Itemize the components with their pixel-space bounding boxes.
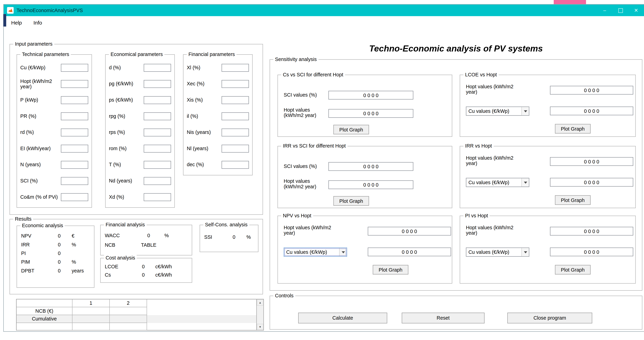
- plot-graph-button[interactable]: Plot Graph: [555, 265, 590, 274]
- dropdown-arrow-button[interactable]: [522, 178, 529, 187]
- plot-graph-button[interactable]: Plot Graph: [373, 265, 408, 274]
- hopt-values-input[interactable]: [328, 180, 413, 189]
- close-button[interactable]: ✕: [628, 5, 644, 16]
- pr-input[interactable]: [61, 112, 88, 120]
- il-input[interactable]: [222, 112, 249, 120]
- plot-graph-button[interactable]: Plot Graph: [334, 196, 369, 206]
- menubar: Help Info: [4, 16, 644, 30]
- minimize-button[interactable]: –: [597, 5, 612, 16]
- dec-input[interactable]: [222, 161, 249, 169]
- nd-input[interactable]: [144, 177, 171, 185]
- d-input[interactable]: [144, 64, 171, 72]
- app-window: TechnoEconomicAnalysisPVS – ✕ Help Info …: [3, 4, 644, 332]
- titlebar: TechnoEconomicAnalysisPVS – ✕: [4, 5, 644, 16]
- financial-parameters-label: Financial parameters: [187, 52, 236, 57]
- hopt-values-input[interactable]: [550, 227, 633, 236]
- param-label: ps (€/kWh): [109, 97, 144, 103]
- result-value: 0: [48, 268, 71, 273]
- ei-input[interactable]: [61, 145, 88, 153]
- hopt-input[interactable]: [61, 80, 88, 88]
- hopt-values-input[interactable]: [550, 86, 633, 94]
- result-value: 0: [132, 264, 154, 269]
- menu-item-help[interactable]: Help: [11, 20, 22, 26]
- param-label: rd (%): [20, 130, 61, 135]
- table-corner-cell: [16, 299, 72, 307]
- artifact-pink-bar: [554, 0, 586, 4]
- sci-input[interactable]: [61, 177, 88, 185]
- sci-values-input[interactable]: [328, 162, 413, 171]
- result-name: NCB: [105, 242, 134, 248]
- dropdown-arrow-button[interactable]: [522, 248, 529, 256]
- result-name: IRR: [21, 242, 48, 247]
- dropdown-arrow-button[interactable]: [522, 107, 529, 115]
- box-title: NPV vs Hopt: [281, 213, 313, 219]
- plot-graph-button[interactable]: Plot Graph: [555, 124, 590, 133]
- rd-input[interactable]: [61, 128, 88, 136]
- param-row: Nis (years): [184, 124, 252, 141]
- calculate-button[interactable]: Calculate: [298, 313, 387, 323]
- sci-values-input[interactable]: [328, 91, 413, 99]
- xd-input[interactable]: [144, 193, 171, 201]
- table-row-header: NCB (€): [16, 307, 72, 315]
- rps-input[interactable]: [144, 128, 171, 136]
- param-row: rd (%): [17, 124, 92, 141]
- close-program-button[interactable]: Close program: [507, 313, 592, 323]
- cu-values-input[interactable]: [550, 178, 633, 187]
- param-row: T (%): [106, 157, 174, 173]
- cu-values-input[interactable]: [550, 248, 633, 256]
- cu-values-dropdown[interactable]: Cu values (€/kWp): [284, 248, 347, 257]
- xis-input[interactable]: [222, 96, 249, 104]
- t-input[interactable]: [144, 161, 171, 169]
- com-input[interactable]: [61, 193, 88, 201]
- menu-item-info[interactable]: Info: [34, 20, 42, 26]
- result-value: 0: [134, 232, 164, 238]
- plot-graph-button[interactable]: Plot Graph: [555, 195, 590, 205]
- cu-values-input[interactable]: [368, 248, 451, 256]
- n-input[interactable]: [61, 161, 88, 169]
- table-scrollbar[interactable]: ▲ ▼: [256, 299, 264, 330]
- nis-input[interactable]: [222, 128, 249, 136]
- p-input[interactable]: [61, 96, 88, 104]
- cu-input[interactable]: [61, 64, 88, 72]
- nl-input[interactable]: [222, 145, 249, 153]
- param-row: Hopt (kWh/m2 year): [17, 76, 92, 92]
- result-row: NCB TABLE: [100, 240, 192, 250]
- rom-input[interactable]: [144, 145, 171, 153]
- box-title: IRR vs SCI for different Hopt: [281, 143, 348, 149]
- param-row: P (kWp): [17, 92, 92, 108]
- financial-analysis-label: Financial analysis: [104, 222, 146, 228]
- xec-input[interactable]: [222, 80, 249, 88]
- dropdown-selected-label: Cu values (€/kWp): [466, 178, 521, 187]
- pg-input[interactable]: [144, 80, 171, 88]
- result-row: WACC 0 %: [100, 231, 192, 240]
- input-parameters-label: Input parameters: [13, 41, 54, 47]
- hopt-values-input[interactable]: [550, 157, 633, 166]
- ncb-table: 1 2 NCB (€) Cumulative ▲ ▼: [16, 299, 264, 330]
- hopt-values-input[interactable]: [368, 227, 451, 236]
- plot-graph-button[interactable]: Plot Graph: [334, 125, 369, 134]
- dropdown-arrow-button[interactable]: [339, 248, 347, 256]
- ps-input[interactable]: [144, 96, 171, 104]
- artifact-navy-bar: [3, 14, 6, 27]
- cu-values-dropdown[interactable]: Cu values (€/kWp): [466, 107, 529, 116]
- param-row: Co&m (% of PVi): [17, 189, 92, 205]
- param-label: N (years): [20, 162, 61, 167]
- cu-values-dropdown[interactable]: Cu values (€/kWp): [466, 248, 529, 257]
- scroll-down-button[interactable]: ▼: [257, 324, 263, 330]
- xl-input[interactable]: [222, 64, 249, 72]
- rpg-input[interactable]: [144, 112, 171, 120]
- result-unit: %: [71, 259, 94, 265]
- maximize-icon: [618, 8, 622, 13]
- scroll-up-button[interactable]: ▲: [257, 299, 263, 306]
- maximize-button[interactable]: [612, 5, 628, 16]
- cu-values-input[interactable]: [550, 107, 633, 115]
- reset-button[interactable]: Reset: [402, 313, 484, 323]
- hopt-values-label: Hopt values (kWh/m2 year): [466, 84, 520, 95]
- hopt-values-input[interactable]: [328, 109, 413, 118]
- param-row: N (years): [17, 157, 92, 173]
- result-row: LCOE 0 c€/kWh: [100, 262, 192, 271]
- param-label: il (%): [187, 114, 222, 119]
- dropdown-selected-label: Cu values (€/kWp): [284, 248, 339, 256]
- economic-analysis-group: Economic analysis NPV 0 € IRR 0 % PI 0: [16, 226, 94, 288]
- cu-values-dropdown[interactable]: Cu values (€/kWp): [466, 178, 529, 187]
